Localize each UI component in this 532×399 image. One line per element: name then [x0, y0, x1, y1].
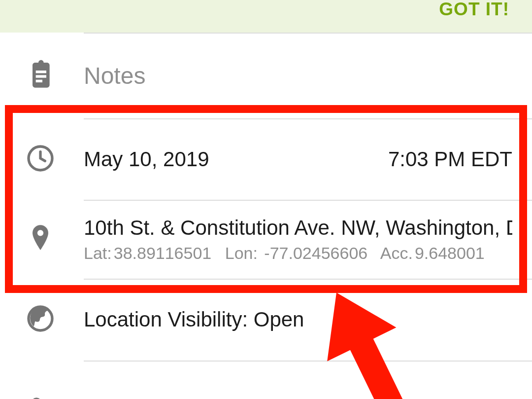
globe-icon [25, 303, 56, 336]
svg-rect-0 [36, 71, 46, 73]
captive-label: It is captive or cultivated [84, 396, 493, 399]
location-coordinates: Lat:38.89116501 Lon: -77.02456606 Acc.9.… [84, 244, 512, 263]
clipboard-icon [25, 59, 56, 92]
location-visibility-row[interactable]: Location Visibility: Open [0, 279, 532, 361]
svg-rect-1 [36, 75, 46, 77]
map-pin-icon [25, 222, 56, 256]
location-visibility-value: Location Visibility: Open [84, 308, 512, 331]
location-address: 10th St. & Constitution Ave. NW, Washing… [84, 216, 512, 240]
time-value: 7:03 PM EDT [388, 147, 512, 171]
datetime-row[interactable]: May 10, 2019 7:03 PM EDT [0, 118, 532, 200]
got-it-button[interactable]: GOT IT! [439, 0, 509, 18]
notes-placeholder: Notes [84, 62, 512, 89]
date-value: May 10, 2019 [84, 147, 209, 171]
location-row[interactable]: 10th St. & Constitution Ave. NW, Washing… [0, 200, 532, 279]
svg-rect-2 [36, 80, 42, 82]
person-flag-icon [25, 395, 56, 399]
svg-point-4 [37, 230, 43, 236]
captive-row[interactable]: It is captive or cultivated [0, 361, 532, 399]
notes-row[interactable]: Notes [0, 33, 532, 118]
info-banner: GOT IT! [0, 0, 532, 33]
clock-icon [25, 143, 56, 176]
details-list: Notes May 10, 2019 7:03 PM EDT 10th St. … [0, 33, 532, 399]
